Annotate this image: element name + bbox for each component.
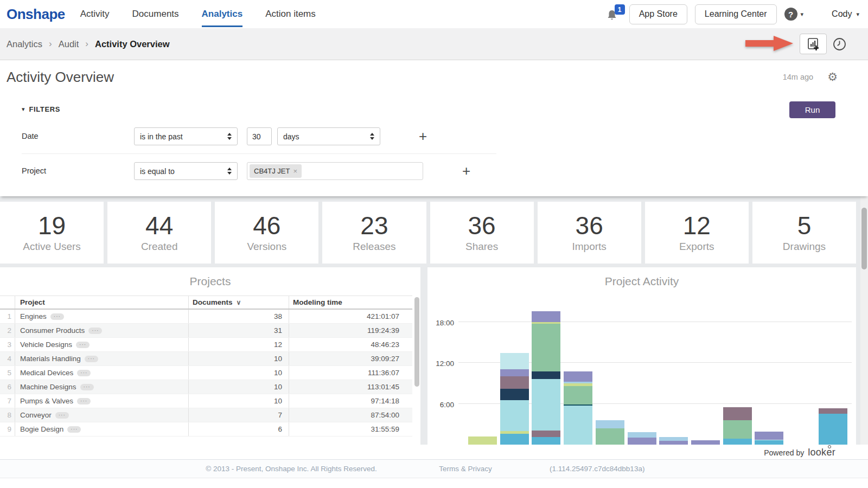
date-operator-select[interactable]: is in the past (134, 127, 238, 145)
table-scrollbar[interactable] (414, 297, 419, 387)
bar-segment-lightest_cyan[interactable] (500, 353, 529, 369)
bar-segment-purple[interactable] (532, 311, 560, 322)
bar-segment-chartreuse[interactable] (532, 322, 560, 324)
bar-segment-pale_cyan[interactable] (532, 379, 560, 431)
bar-segment-green[interactable] (532, 324, 560, 371)
gear-icon[interactable]: ⚙ (827, 71, 838, 82)
column-header-project[interactable]: Project (15, 296, 189, 309)
project-tag-chip[interactable]: CB4TJ JET × (250, 164, 302, 178)
row-menu-ellipsis-icon[interactable]: ··· (88, 328, 102, 334)
notifications-button[interactable]: 1 (605, 5, 622, 23)
schedule-history-button[interactable] (833, 37, 846, 51)
bar-segment-light_blue[interactable] (564, 382, 592, 383)
bar-segment-teal[interactable] (500, 434, 529, 445)
nav-item-activity[interactable]: Activity (80, 0, 110, 28)
row-number: 5 (0, 366, 15, 380)
project-tag-input[interactable]: CB4TJ JET × (247, 162, 423, 180)
modeling-time-cell: 421:01:07 (289, 312, 412, 320)
learning-center-button[interactable]: Learning Center (695, 4, 777, 24)
bar-segment-plum[interactable] (819, 408, 847, 414)
bar-segment-light_blue[interactable] (628, 432, 656, 438)
bar-segment-chartreuse[interactable] (564, 383, 592, 386)
add-look-to-dashboard-button[interactable] (800, 34, 827, 54)
projects-table-card: Projects Project Documents ∨ Modeling ti… (0, 267, 420, 445)
stat-card-drawings: 5Drawings (752, 202, 856, 264)
stat-card-releases: 23Releases (322, 202, 426, 264)
bar-segment-green[interactable] (564, 386, 592, 404)
bar-segment-plum[interactable] (500, 376, 529, 389)
date-unit-select[interactable]: days (277, 127, 380, 145)
add-project-filter-button[interactable]: + (462, 163, 470, 179)
bar-segment-chartreuse[interactable] (468, 436, 497, 445)
bar-segment-navy[interactable] (500, 389, 529, 400)
project-operator-select[interactable]: is equal to (134, 162, 238, 180)
table-row: 1Engines···38421:01:07 (0, 310, 412, 324)
modeling-time-cell: 48:46:23 (289, 341, 412, 349)
modeling-time-cell: 31:55:59 (289, 425, 412, 433)
looker-logo[interactable]: looker (808, 447, 835, 458)
row-menu-ellipsis-icon[interactable]: ··· (85, 356, 98, 362)
bar-segment-purple[interactable] (659, 441, 688, 445)
bar-segment-lightest_cyan[interactable] (755, 440, 783, 441)
breadcrumb-item-analytics[interactable]: Analytics (7, 39, 42, 49)
row-menu-ellipsis-icon[interactable]: ··· (77, 398, 91, 404)
nav-item-documents[interactable]: Documents (132, 0, 179, 28)
bar-segment-dark_teal[interactable] (564, 404, 592, 406)
row-menu-ellipsis-icon[interactable]: ··· (67, 426, 81, 433)
bar-segment-pale_cyan[interactable] (500, 400, 529, 432)
bar-segment-green[interactable] (723, 420, 752, 438)
help-menu[interactable]: ? ▾ (784, 8, 804, 21)
column-header-modeling-time[interactable]: Modeling time (289, 298, 412, 306)
documents-cell: 10 (189, 394, 289, 408)
terms-privacy-link[interactable]: Terms & Privacy (439, 465, 492, 473)
top-nav: Onshape ActivityDocumentsAnalyticsAction… (0, 0, 868, 28)
version-text: (1.114.25497.c7dc84dbb13a) (550, 465, 644, 473)
page-scrollbar[interactable] (860, 196, 868, 445)
bar-segment-teal[interactable] (723, 439, 752, 445)
bar-segment-purple[interactable] (628, 438, 656, 445)
powered-strip: Powered by looker (0, 445, 868, 459)
project-name: Engines (20, 312, 47, 320)
run-button[interactable]: Run (789, 101, 835, 118)
row-number: 4 (0, 352, 15, 365)
filters-toggle[interactable]: ▾ FILTERS (22, 105, 60, 113)
bar-segment-light_blue[interactable] (659, 437, 688, 441)
stat-value: 23 (360, 213, 388, 239)
bar-segment-purple[interactable] (500, 369, 529, 376)
documents-cell: 7 (189, 408, 289, 422)
row-menu-ellipsis-icon[interactable]: ··· (76, 342, 90, 348)
date-value-input[interactable] (247, 127, 272, 145)
onshape-logo[interactable]: Onshape (7, 6, 65, 23)
bar-segment-navy[interactable] (532, 371, 560, 378)
row-menu-ellipsis-icon[interactable]: ··· (77, 370, 91, 376)
bar-segment-plum[interactable] (532, 431, 560, 437)
bar-segment-plum[interactable] (723, 407, 752, 421)
column-header-documents[interactable]: Documents ∨ (189, 296, 289, 309)
app-store-button[interactable]: App Store (629, 4, 687, 24)
bar-segment-teal[interactable] (819, 414, 847, 445)
bar-segment-pale_cyan[interactable] (564, 406, 592, 445)
bar-segment-teal[interactable] (755, 440, 783, 445)
project-name-cell: Vehicle Designs··· (15, 338, 189, 351)
nav-item-action-items[interactable]: Action items (265, 0, 316, 28)
project-name-cell: Materials Handling··· (15, 352, 189, 365)
project-name: Vehicle Designs (20, 341, 72, 349)
row-menu-ellipsis-icon[interactable]: ··· (50, 313, 64, 320)
bar-segment-purple[interactable] (755, 432, 783, 439)
row-menu-ellipsis-icon[interactable]: ··· (55, 412, 69, 419)
bar-segment-purple[interactable] (691, 440, 720, 445)
bar-segment-chartreuse[interactable] (500, 431, 529, 433)
bar-segment-green[interactable] (596, 428, 624, 445)
project-name: Bogie Design (20, 425, 63, 433)
bar-segment-purple[interactable] (564, 371, 592, 381)
updown-icon (370, 133, 374, 140)
nav-item-analytics[interactable]: Analytics (202, 0, 243, 28)
user-menu[interactable]: Cody ▾ (811, 6, 859, 22)
remove-tag-icon[interactable]: × (293, 167, 297, 175)
scrollbar-thumb[interactable] (861, 208, 867, 269)
bar-segment-teal[interactable] (532, 437, 560, 445)
add-date-filter-button[interactable]: + (419, 128, 427, 144)
bar-segment-light_blue[interactable] (596, 420, 624, 428)
row-menu-ellipsis-icon[interactable]: ··· (80, 384, 94, 390)
breadcrumb-item-audit[interactable]: Audit (59, 39, 79, 49)
